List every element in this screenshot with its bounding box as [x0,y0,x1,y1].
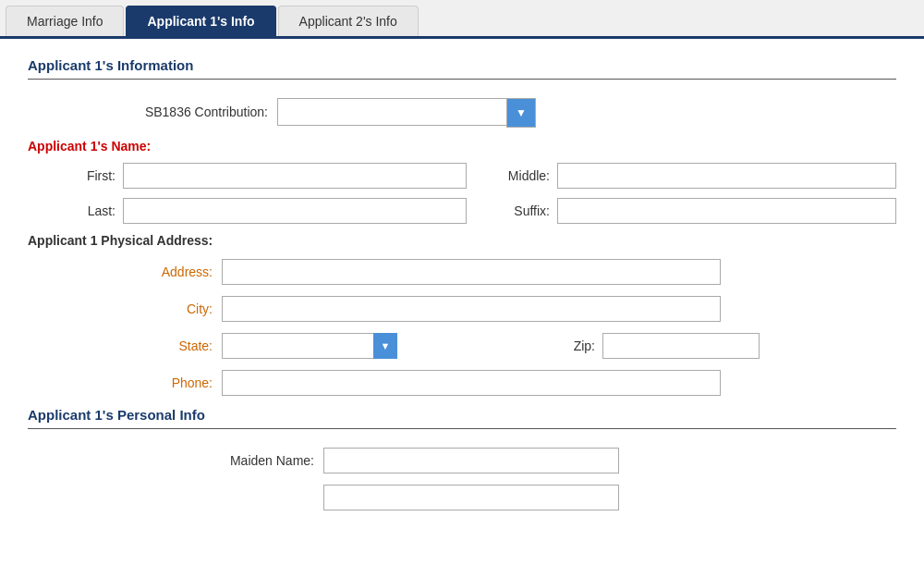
suffix-input[interactable] [557,198,896,224]
middle-name-input[interactable] [557,163,896,189]
tab-bar: Marriage Info Applicant 1's Info Applica… [0,0,924,39]
tab-marriage-info[interactable]: Marriage Info [6,6,124,36]
last-name-label: Last: [65,203,116,218]
sb1836-select[interactable] [277,98,536,126]
maiden-name-row: Maiden Name: [28,448,896,473]
phone-input[interactable] [222,370,721,396]
suffix-pair: Suffix: [494,198,896,224]
maiden-name-label: Maiden Name: [28,453,314,468]
content-area: Applicant 1's Information SB1836 Contrib… [0,39,924,529]
city-label: City: [28,301,213,316]
middle-name-pair: Middle: [494,163,896,189]
city-input[interactable] [222,296,721,322]
zip-group: Zip: [410,333,760,359]
middle-name-label: Middle: [494,168,550,183]
applicant1-name-label: Applicant 1's Name: [28,139,896,154]
state-select-wrapper [222,333,397,359]
address-section: Applicant 1 Physical Address: Address: C… [28,233,896,396]
personal-info-heading: Applicant 1's Personal Info [28,407,896,423]
suffix-label: Suffix: [494,203,550,218]
first-name-input[interactable] [123,163,467,189]
zip-input[interactable] [602,333,760,359]
personal-info-section: Applicant 1's Personal Info Maiden Name: [28,407,896,510]
address-input[interactable] [222,259,721,285]
tab-applicant1-info[interactable]: Applicant 1's Info [126,6,275,36]
address-row: Address: [28,259,896,285]
address-section-heading: Applicant 1 Physical Address: [28,233,896,248]
state-select[interactable] [222,333,388,359]
name-fields-container: First: Middle: Last: Suffix: [28,163,896,224]
first-name-label: First: [65,168,116,183]
phone-row: Phone: [28,370,896,396]
extra-input[interactable] [323,485,619,510]
applicant1-section-heading: Applicant 1's Information [28,57,896,73]
sb1836-row: SB1836 Contribution: [83,98,896,126]
sb1836-label: SB1836 Contribution: [83,105,268,119]
section-divider-1 [28,79,896,80]
last-name-input[interactable] [123,198,467,224]
extra-row [28,485,896,510]
first-name-pair: First: [65,163,467,189]
address-label: Address: [28,264,213,279]
maiden-name-input[interactable] [323,448,619,473]
section-divider-2 [28,428,896,429]
sb1836-select-wrapper [277,98,536,126]
city-row: City: [28,296,896,322]
state-zip-row: State: Zip: [28,333,896,359]
state-label: State: [28,338,213,353]
tab-applicant2-info[interactable]: Applicant 2's Info [278,6,419,36]
last-name-pair: Last: [65,198,467,224]
phone-label: Phone: [28,375,213,390]
zip-label: Zip: [410,338,595,353]
page-container: Marriage Info Applicant 1's Info Applica… [0,0,924,578]
